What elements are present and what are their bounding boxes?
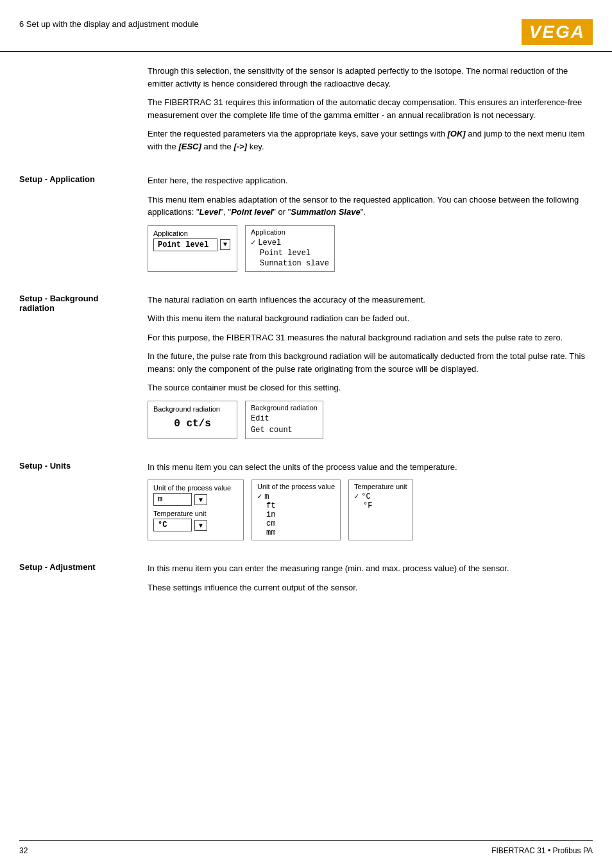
- application-widgets: Application Point level ▼ Application Le…: [148, 225, 593, 272]
- units-menu-mm[interactable]: mm: [257, 528, 335, 537]
- background-widgets: Background radiation 0 ct/s Background r…: [148, 401, 593, 439]
- units-para1: In this menu item you can select the uni…: [148, 461, 593, 474]
- setup-adjustment-content: In this menu item you can enter the meas…: [148, 562, 593, 600]
- bg-menu-get-count[interactable]: Get count: [251, 424, 318, 436]
- setup-application-content: Enter here, the respective application. …: [148, 174, 593, 278]
- bg-para5: The source container must be closed for …: [148, 381, 593, 394]
- setup-application-label: Setup - Application: [19, 174, 148, 278]
- bg-menu-title: Background radiation: [251, 404, 318, 412]
- units-temp-select[interactable]: °C: [153, 519, 192, 531]
- app-menu-summation[interactable]: Sunnation slave: [251, 258, 329, 269]
- units-menu-ft[interactable]: ft: [257, 501, 335, 510]
- page-wrapper: 6 Set up with the display and adjustment…: [0, 0, 612, 868]
- bg-widget-title-left: Background radiation: [153, 405, 232, 413]
- app-select-row: Point level ▼: [153, 238, 232, 251]
- app-select-box[interactable]: Point level: [153, 238, 217, 251]
- bg-menu-edit[interactable]: Edit: [251, 413, 318, 424]
- bg-radiation-value: 0 ct/s: [153, 414, 232, 433]
- level-option: Level: [200, 207, 221, 217]
- units-process-row: m ▼: [153, 493, 238, 506]
- intro-para-1: Through this selection, the sensitivity …: [148, 65, 593, 90]
- setup-background-content: The natural radiation on earth influence…: [148, 294, 593, 446]
- page-footer: 32 FIBERTRAC 31 • Profibus PA: [19, 840, 593, 855]
- arrow-key: [->]: [234, 142, 247, 151]
- bg-para2: With this menu item the natural backgrou…: [148, 312, 593, 325]
- setup-units-content: In this menu item you can select the uni…: [148, 461, 593, 547]
- setup-background-section: Setup - Background radiation The natural…: [19, 294, 593, 446]
- esc-key: [ESC]: [178, 142, 201, 151]
- app-widget-title-left: Application: [153, 230, 232, 237]
- application-widget-right: Application Level Point level Sunnation …: [245, 225, 335, 272]
- setup-application-para1: Enter here, the respective application.: [148, 174, 593, 187]
- units-temp-label: Temperature unit: [153, 510, 238, 517]
- setup-application-section: Setup - Application Enter here, the resp…: [19, 174, 593, 278]
- units-temp-menu: Temperature unit °C °F: [348, 480, 413, 540]
- bg-widget-left: Background radiation 0 ct/s: [148, 401, 237, 439]
- intro-para-3: Enter the requested parameters via the a…: [148, 128, 593, 153]
- units-middle-menu: Unit of the process value m ft in cm mm: [251, 480, 341, 540]
- units-menu-cm[interactable]: cm: [257, 519, 335, 528]
- units-widget-left: Unit of the process value m ▼ Temperatur…: [148, 480, 244, 540]
- units-temp-fahrenheit[interactable]: °F: [354, 501, 407, 510]
- app-menu-level[interactable]: Level: [251, 237, 329, 248]
- point-level-option: Point level: [231, 207, 273, 217]
- setup-adjustment-label: Setup - Adjustment: [19, 562, 148, 600]
- units-widgets: Unit of the process value m ▼ Temperatur…: [148, 480, 593, 540]
- adjustment-para1: In this menu item you can enter the meas…: [148, 562, 593, 575]
- bg-para4: In the future, the pulse rate from this …: [148, 350, 593, 375]
- units-middle-title: Unit of the process value: [257, 483, 335, 490]
- bg-para1: The natural radiation on earth influence…: [148, 294, 593, 306]
- intro-para-2: The FIBERTRAC 31 requires this informati…: [148, 96, 593, 121]
- setup-units-label: Setup - Units: [19, 461, 148, 547]
- setup-background-label: Setup - Background radiation: [19, 294, 148, 446]
- header-title: 6 Set up with the display and adjustment…: [19, 19, 199, 29]
- intro-content: Through this selection, the sensitivity …: [148, 65, 593, 159]
- adjustment-para2: These settings influence the current out…: [148, 581, 593, 594]
- vega-logo: VEGA: [522, 19, 593, 45]
- units-temp-celsius[interactable]: °C: [354, 492, 407, 501]
- units-menu-m[interactable]: m: [257, 492, 335, 501]
- summation-slave-option: Summation Slave: [291, 207, 360, 217]
- app-dropdown-arrow[interactable]: ▼: [220, 239, 230, 250]
- bg-widget-right: Background radiation Edit Get count: [245, 401, 323, 439]
- footer-product: FIBERTRAC 31 • Profibus PA: [491, 846, 593, 855]
- application-widget-left: Application Point level ▼: [148, 225, 237, 272]
- units-process-arrow[interactable]: ▼: [194, 494, 207, 505]
- units-menu-in[interactable]: in: [257, 510, 335, 519]
- ok-key: [OK]: [448, 129, 466, 138]
- setup-units-section: Setup - Units In this menu item you can …: [19, 461, 593, 547]
- units-process-select[interactable]: m: [153, 493, 192, 506]
- page-header: 6 Set up with the display and adjustment…: [0, 13, 612, 52]
- setup-application-para2: This menu item enables adaptation of the…: [148, 194, 593, 219]
- units-temp-row: °C ▼: [153, 519, 238, 531]
- intro-label: [19, 65, 148, 159]
- intro-section: Through this selection, the sensitivity …: [19, 65, 593, 159]
- app-menu-title: Application: [251, 228, 329, 236]
- units-temp-menu-title: Temperature unit: [354, 483, 407, 490]
- bg-para3: For this purpose, the FIBERTRAC 31 measu…: [148, 331, 593, 344]
- units-temp-arrow[interactable]: ▼: [194, 520, 207, 531]
- units-process-label: Unit of the process value: [153, 484, 238, 492]
- content-area: Through this selection, the sensitivity …: [0, 65, 612, 600]
- setup-adjustment-section: Setup - Adjustment In this menu item you…: [19, 562, 593, 600]
- footer-page-number: 32: [19, 846, 28, 855]
- app-menu-point-level[interactable]: Point level: [251, 248, 329, 258]
